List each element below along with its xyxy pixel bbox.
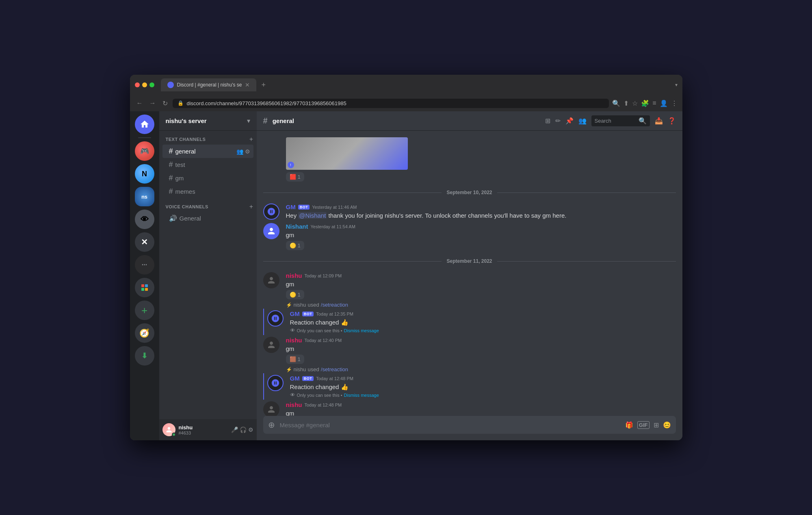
gift-icon[interactable]: 🎁 [625, 421, 633, 429]
new-tab-button[interactable]: + [261, 81, 266, 89]
username-nishu1[interactable]: nishu [286, 272, 302, 279]
close-button[interactable] [135, 82, 140, 87]
reaction-nishu2[interactable]: 🟫 1 [286, 355, 304, 364]
channel-settings-icon[interactable]: 👥 [236, 148, 243, 155]
forward-button[interactable]: → [148, 98, 158, 108]
username-bot-reaction1[interactable]: GM [290, 310, 300, 317]
server-icon-5[interactable]: ✕ [135, 232, 154, 252]
channel-general[interactable]: # general 👥 ⚙ [162, 145, 253, 158]
help-icon[interactable]: ❓ [668, 117, 676, 125]
username-nishu3[interactable]: nishu [286, 401, 302, 408]
dismiss-link-1[interactable]: Dismiss message [344, 328, 379, 333]
reaction-nishant[interactable]: 🟡 1 [286, 241, 304, 250]
server-name: nishu's server [166, 117, 207, 124]
bookmark-icon[interactable]: ☆ [632, 100, 638, 107]
voice-icon: 🔊 [169, 214, 177, 222]
settings-icon[interactable]: ⚙ [248, 426, 253, 433]
date-label-2: September 11, 2022 [442, 258, 497, 264]
reaction-count-nishu1: 1 [298, 292, 301, 298]
username-gm1[interactable]: GM [286, 203, 296, 210]
message-input[interactable]: Message #general [280, 422, 620, 428]
server-icon-6[interactable]: ··· [135, 255, 154, 275]
menu-icon[interactable]: ⋮ [671, 100, 678, 107]
reload-button[interactable]: ↻ [161, 98, 169, 109]
msg-text-after: thank you for joining nishu's server. To… [327, 212, 566, 219]
tab-dropdown-icon[interactable]: ▾ [675, 82, 678, 88]
add-voice-channel-icon[interactable]: + [249, 203, 253, 210]
maximize-button[interactable] [149, 82, 154, 87]
server-icon-1[interactable]: 🎮 [135, 141, 154, 161]
attachment-image: ! [286, 137, 408, 170]
avatar-gm [263, 203, 279, 220]
reaction-emoji-changed-2: 👍 [341, 383, 349, 390]
chat-header: # general ⊞ ✏ 📌 👥 Search 🔍 📥 ❓ [257, 111, 682, 131]
add-channel-icon[interactable]: + [249, 136, 253, 143]
browser-tab[interactable]: Discord | #general | nishu's se ✕ [161, 78, 257, 91]
mic-icon[interactable]: 🎤 [231, 426, 238, 433]
message-group-gm: GM BOT Yesterday at 11:46 AM Hey @Nishan… [257, 202, 682, 221]
profile-icon[interactable]: 👤 [660, 100, 668, 107]
mention-nishant[interactable]: @Nishant [298, 212, 327, 219]
username-bot-reaction2[interactable]: GM [290, 375, 300, 382]
message-content-bot-reaction2: GM BOT Today at 12:48 PM Reaction change… [290, 375, 676, 398]
address-bar[interactable]: 🔒 discord.com/channels/97703139685606198… [173, 99, 609, 108]
channel-test[interactable]: # test [162, 158, 253, 171]
dismiss-link-2[interactable]: Dismiss message [344, 393, 379, 398]
emoji-icon[interactable]: 😊 [663, 421, 671, 429]
server-icon-add[interactable]: + [135, 301, 154, 320]
share-icon[interactable]: ⬆ [624, 100, 629, 107]
message-content-gm1: GM BOT Yesterday at 11:46 AM Hey @Nishan… [286, 203, 676, 220]
username-nishu2[interactable]: nishu [286, 337, 302, 344]
pin-icon[interactable]: 📌 [565, 117, 574, 125]
channel-name-memes: memes [175, 188, 195, 195]
server-icon-discover[interactable]: 🧭 [135, 323, 154, 343]
slash-cmd-2: ⚡ nishu used /setreaction [257, 366, 682, 373]
text-channels-label: TEXT CHANNELS [166, 137, 206, 142]
members-icon[interactable]: 👥 [578, 117, 587, 125]
server-home-button[interactable] [135, 115, 154, 134]
input-add-button[interactable]: ⊕ [268, 420, 275, 430]
voice-channel-general[interactable]: 🔊 General [162, 212, 253, 225]
channel-memes[interactable]: # memes [162, 185, 253, 198]
slash-cmd-name-1[interactable]: /setreaction [321, 302, 348, 308]
voice-channels-header[interactable]: VOICE CHANNELS + [159, 201, 257, 212]
header-search[interactable]: Search 🔍 [591, 115, 650, 126]
channel-hash-gm: # [169, 174, 173, 182]
server-icon-4[interactable]: 👁 [135, 210, 154, 229]
attachment-reaction[interactable]: 🟥 1 [286, 172, 304, 182]
channel-actions-general: 👥 ⚙ [236, 148, 250, 155]
gif-icon[interactable]: GIF [637, 421, 650, 429]
bot-tag-reaction1: BOT [302, 312, 314, 316]
username-nishant[interactable]: Nishant [286, 223, 308, 230]
timestamp-nishu1: Today at 12:09 PM [305, 273, 342, 278]
search-placeholder: Search [595, 118, 611, 124]
inbox-icon[interactable]: 📥 [655, 117, 663, 125]
edit-icon[interactable]: ✏ [555, 117, 561, 125]
zoom-icon[interactable]: 🔍 [612, 100, 620, 107]
reader-icon[interactable]: ≡ [652, 100, 656, 107]
server-icon-2[interactable]: N [135, 164, 154, 184]
extensions-icon[interactable]: 🧩 [641, 100, 649, 107]
server-divider [138, 137, 151, 138]
text-channels-header[interactable]: TEXT CHANNELS + [159, 134, 257, 145]
back-button[interactable]: ← [135, 98, 145, 108]
apps-icon[interactable]: ⊞ [654, 421, 659, 429]
channel-gm[interactable]: # gm [162, 171, 253, 185]
headphone-icon[interactable]: 🎧 [240, 426, 247, 433]
tab-close-icon[interactable]: ✕ [245, 82, 250, 88]
minimize-button[interactable] [142, 82, 147, 87]
server-icon-download[interactable]: ⬇ [135, 346, 154, 366]
threads-icon[interactable]: ⊞ [545, 117, 550, 125]
traffic-lights [135, 82, 154, 87]
server-icon-7[interactable] [135, 278, 154, 297]
server-icon-nishu[interactable]: ns [135, 187, 154, 206]
slash-cmd-name-2[interactable]: /setreaction [321, 366, 348, 372]
reaction-nishu1[interactable]: 🟡 1 [286, 290, 304, 299]
message-group-nishu3: nishu Today at 12:48 PM gm 🟧 1 [257, 400, 682, 416]
server-header[interactable]: nishu's server ▾ [159, 111, 257, 131]
reaction-changed-text-2: Reaction changed [290, 383, 339, 390]
message-group-bot-reaction2: GM BOT Today at 12:48 PM Reaction change… [263, 373, 682, 400]
search-icon: 🔍 [639, 117, 647, 125]
user-panel: nishu #4633 🎤 🎧 ⚙ [159, 419, 257, 440]
channel-edit-icon[interactable]: ⚙ [245, 148, 250, 155]
